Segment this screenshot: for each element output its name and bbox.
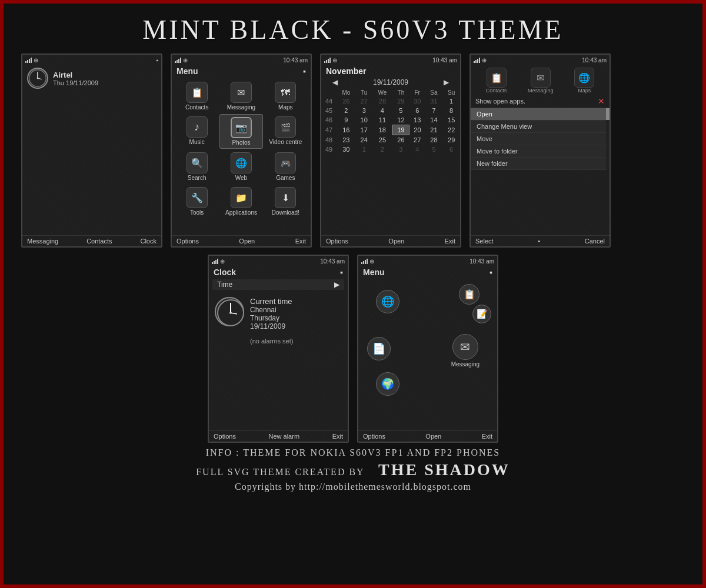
- menu-title-2: Menu: [176, 66, 198, 76]
- softkey-center-6[interactable]: Open: [425, 433, 441, 440]
- cal-next[interactable]: ▶: [444, 78, 449, 86]
- cal-week-44: 44: [321, 96, 337, 106]
- maps-icon: [275, 82, 296, 103]
- softkey-left-4[interactable]: Select: [475, 238, 494, 245]
- svg-point-3: [37, 78, 39, 79]
- menu-item-games[interactable]: Games: [264, 150, 307, 183]
- softkey-right-1[interactable]: Clock: [140, 238, 156, 245]
- menu-label-download: Download!: [272, 209, 299, 216]
- signal-icon: [25, 57, 32, 63]
- softkey-left-1[interactable]: Messaging: [27, 238, 58, 245]
- cal-week-48: 48: [321, 135, 337, 145]
- time-6: 10:43 am: [469, 258, 494, 265]
- menu-item-photos[interactable]: Photos: [219, 114, 262, 149]
- softkey-center-5[interactable]: New alarm: [269, 433, 300, 440]
- softkey-center-4: •: [538, 238, 540, 245]
- clock-widget: [27, 68, 48, 89]
- softkey-center-1[interactable]: Contacts: [86, 238, 112, 245]
- softkeys-2: Options Open Exit: [172, 235, 311, 246]
- author-name: THE SHADOW: [378, 460, 510, 479]
- menu-item-search[interactable]: Search: [175, 150, 218, 183]
- menu-label-web: Web: [235, 175, 247, 181]
- clock-title: Clock: [214, 268, 236, 277]
- menu-item-applications[interactable]: Applications: [219, 185, 262, 218]
- softkey-right-6[interactable]: Exit: [482, 433, 492, 440]
- float-icon-doc[interactable]: 📋: [459, 284, 479, 306]
- float-icon-contact[interactable]: 📝: [472, 305, 491, 325]
- status-bar-3: ⊕ 10:43 am: [321, 55, 460, 65]
- info-pre-text: FULL SVG THEME CREATED BY: [196, 467, 364, 477]
- time-5: 10:43 am: [320, 258, 345, 265]
- footer: INFO : THEME FOR NOKIA S60V3 FP1 AND FP2…: [4, 443, 702, 495]
- softkey-left-6[interactable]: Options: [363, 433, 385, 440]
- info-line1: INFO : THEME FOR NOKIA S60V3 FP1 AND FP2…: [4, 447, 702, 458]
- popup-item-move[interactable]: Move: [471, 133, 610, 145]
- screen-calendar: ⊕ 10:43 am November ◀ 19/11/2009 ▶ Mo Tu: [320, 54, 461, 248]
- web-icon: [231, 152, 252, 173]
- cal-prev[interactable]: ◀: [332, 78, 338, 86]
- menu-item-maps[interactable]: Maps: [264, 79, 307, 113]
- softkey-left-2[interactable]: Options: [176, 238, 199, 245]
- status-bar-4: ⊕ 10:43 am: [471, 55, 610, 65]
- popup-item-change-view[interactable]: Change Menu view: [471, 121, 610, 133]
- softkey-center-3[interactable]: Open: [388, 238, 404, 245]
- menu-item-web[interactable]: Web: [219, 150, 262, 183]
- float-icon-web[interactable]: 🌐: [376, 290, 399, 315]
- cal-day-th: Th: [392, 89, 409, 96]
- info-line2: FULL SVG THEME CREATED BY THE SHADOW: [4, 460, 702, 479]
- current-time-label: Current time: [250, 297, 293, 306]
- nav-icon: ⊕: [34, 57, 38, 64]
- softkey-right-3[interactable]: Exit: [445, 238, 455, 245]
- menu-item-messaging[interactable]: Messaging: [219, 79, 262, 113]
- signal-icon-5: [212, 258, 218, 264]
- cal-day-mo: Mo: [337, 89, 356, 96]
- softkey-right-4[interactable]: Cancel: [585, 238, 605, 245]
- menu-label-search: Search: [188, 175, 207, 181]
- cal-week-47: 47: [321, 125, 337, 135]
- softkey-right-5[interactable]: Exit: [332, 433, 343, 440]
- menu-item-tools[interactable]: Tools: [175, 185, 218, 218]
- time-4: 10:43 am: [582, 57, 607, 64]
- page-container: MINT BLACK - S60V3 THEME ⊕ ▪: [0, 0, 706, 588]
- clock-tab[interactable]: Time: [217, 280, 232, 289]
- float-icon-messaging[interactable]: ✉ Messaging: [451, 334, 479, 368]
- menu-header-2: Menu ▪: [172, 65, 311, 77]
- menu-item-contacts[interactable]: Contacts: [175, 79, 218, 113]
- menu-item-download[interactable]: Download!: [264, 185, 307, 218]
- standby-date: Thu 19/11/2009: [53, 79, 98, 86]
- cal-day-fr: Fr: [409, 89, 425, 96]
- menu-item-music[interactable]: Music: [175, 114, 218, 149]
- page-title: MINT BLACK - S60V3 THEME: [4, 4, 702, 54]
- clock-nav: ▪: [340, 268, 343, 277]
- tools-icon: [187, 187, 208, 208]
- screens-row1: ⊕ ▪ Airtel Thu 19/11/: [4, 54, 702, 248]
- contact-float-icon: 📝: [472, 305, 491, 323]
- close-icon-4: ✕: [598, 96, 605, 106]
- popup-item-open[interactable]: Open: [471, 108, 610, 121]
- menu-header-6: Menu ▪: [358, 266, 497, 278]
- float-icon-web3[interactable]: 🌍: [376, 372, 399, 397]
- clock-analog-face: [215, 297, 244, 326]
- cal-week-46: 46: [321, 115, 337, 125]
- popup-item-new-folder[interactable]: New folder: [471, 158, 610, 170]
- calendar-table: Mo Tu We Th Fr Sa Su 44 2627282930311: [321, 89, 460, 154]
- time-3: 10:43 am: [432, 57, 457, 64]
- menu-label-video: Video centre: [269, 139, 302, 145]
- popup-item-move-folder[interactable]: Move to folder: [471, 145, 610, 158]
- softkey-left-3[interactable]: Options: [326, 238, 348, 245]
- softkey-right-2[interactable]: Exit: [295, 238, 306, 245]
- cal-date: 19/11/2009: [373, 78, 408, 86]
- cal-day-su: Su: [442, 89, 460, 96]
- clock-time-bar: Time ▶: [212, 279, 344, 290]
- softkey-center-2[interactable]: Open: [239, 238, 255, 245]
- search-icon: [187, 152, 208, 173]
- status-bar-5: ⊕ 10:43 am: [209, 256, 348, 266]
- games-icon: [275, 152, 296, 173]
- signal-icon-2: [175, 57, 181, 63]
- signal-icon-4: [474, 57, 480, 63]
- menu-item-video[interactable]: Video centre: [264, 114, 307, 149]
- softkey-left-5[interactable]: Options: [214, 433, 236, 440]
- menu-label-contacts: Contacts: [185, 104, 208, 111]
- float-icon-doc2[interactable]: 📄: [367, 337, 391, 362]
- messaging-icon: [231, 82, 252, 103]
